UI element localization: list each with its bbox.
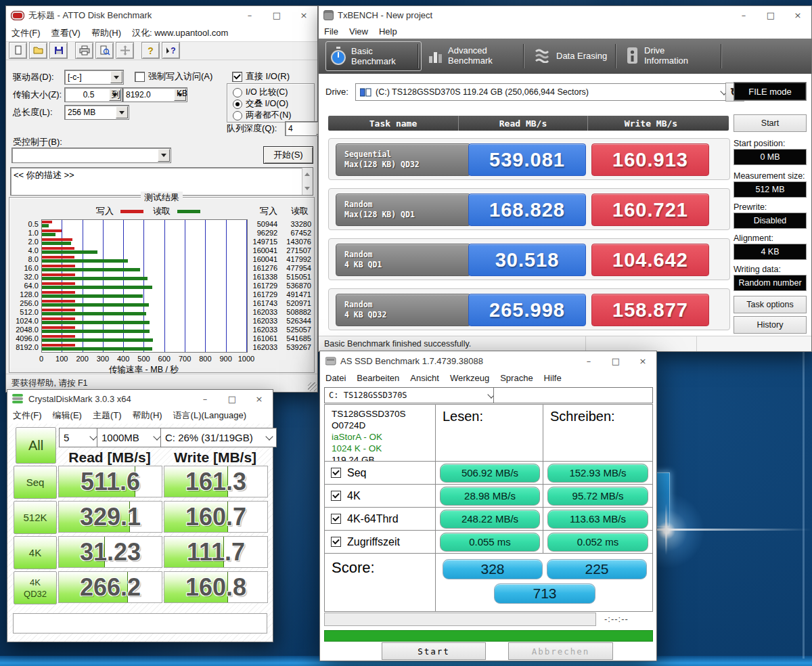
asssd-titlebar[interactable]: AS SSD Benchmark 1.7.4739.38088 – □ × — [320, 351, 656, 370]
menu-item-file[interactable]: 文件(F) — [7, 408, 47, 423]
task-options-button[interactable]: Task options — [734, 296, 807, 313]
close-button[interactable]: × — [784, 6, 811, 24]
tab-drive-information[interactable]: DriveInformation — [622, 41, 725, 70]
print-preview-icon[interactable] — [95, 42, 114, 59]
maximize-button[interactable]: □ — [757, 6, 784, 24]
test-type-button[interactable]: 4KQD32 — [14, 571, 57, 604]
description-scrollbar[interactable] — [302, 168, 313, 195]
tab-advanced-benchmark[interactable]: AdvancedBenchmark — [424, 41, 527, 70]
tab-basic-benchmark[interactable]: BasicBenchmark — [325, 41, 422, 71]
direct-io-checkbox[interactable] — [232, 72, 242, 82]
open-file-icon[interactable] — [29, 42, 47, 59]
overlapped-io-radio[interactable] — [233, 99, 242, 109]
print-icon[interactable] — [75, 42, 93, 59]
test-checkbox[interactable] — [331, 537, 341, 547]
close-button[interactable]: × — [290, 6, 317, 24]
history-button[interactable]: History — [734, 316, 807, 334]
controlled-by-select[interactable] — [12, 148, 171, 163]
test-type-button[interactable]: 512K — [14, 501, 57, 534]
menu-item-localization[interactable]: 汉化: www.upantool.com — [127, 26, 233, 41]
minimize-button[interactable]: – — [191, 390, 219, 407]
task-name-button[interactable]: Random4 KB QD32 — [336, 294, 471, 326]
force-write-checkbox[interactable] — [135, 72, 145, 82]
dropdown-arrow-icon[interactable] — [158, 149, 170, 162]
results-groupbox: 测试结果 写入 读取 写入 读取 0.550944332801.09629267… — [9, 197, 315, 373]
write-value: 149715 — [245, 238, 277, 246]
total-length-label: 总长度(L): — [13, 106, 53, 118]
maximize-button[interactable]: □ — [219, 390, 246, 407]
new-file-icon[interactable] — [9, 42, 27, 59]
help-icon[interactable]: ? — [141, 42, 160, 59]
legend-read-label: 读取 — [153, 205, 171, 217]
controlled-by-label: 受控制于(B): — [13, 136, 62, 148]
task-name-button[interactable]: Random4 KB QD1 — [336, 244, 471, 276]
start-button[interactable]: Start — [382, 642, 486, 660]
menu-item-language[interactable]: 语言(L)(Language) — [168, 408, 252, 423]
dropdown-arrow-icon[interactable] — [110, 71, 122, 83]
write-value: 161.3 — [164, 466, 267, 497]
test-count-select[interactable]: 5 — [59, 428, 101, 447]
test-size-select[interactable]: 1000MB — [97, 428, 164, 447]
test-checkbox[interactable] — [331, 491, 341, 501]
drive-select[interactable]: (C:) TS128GSSD370S 119.24 GB (250,066,94… — [355, 83, 731, 101]
io-compare-radio[interactable] — [233, 88, 242, 97]
minimize-button[interactable]: – — [575, 351, 602, 370]
menu-item-sprache[interactable]: Sprache — [495, 372, 538, 384]
menu-item-edit[interactable]: 编辑(E) — [47, 408, 87, 423]
maximize-button[interactable]: □ — [263, 6, 290, 24]
start-button[interactable]: Start — [734, 114, 807, 132]
atto-titlebar[interactable]: 无标题 - ATTO Disk Benchmark – □ × — [6, 6, 317, 24]
task-name-button[interactable]: RandomMax(128 KB) QD1 — [336, 194, 471, 226]
cancel-button[interactable]: Abbrechen — [508, 642, 613, 660]
menu-item-datei[interactable]: Datei — [320, 372, 351, 384]
test-type-button[interactable]: Seq — [14, 466, 57, 499]
menu-item-bearbeiten[interactable]: Bearbeiten — [351, 372, 405, 384]
menu-item-file[interactable]: File — [319, 25, 344, 38]
test-type-button[interactable]: 4K — [14, 536, 57, 569]
secondary-field[interactable] — [493, 387, 653, 403]
minimize-button[interactable]: – — [730, 6, 757, 24]
menu-item-help[interactable]: 帮助(H) — [127, 408, 168, 423]
cdm-titlebar[interactable]: CrystalDiskMark 3.0.3 x64 – □ × — [7, 390, 273, 407]
read-header-cell: Lesen: — [435, 404, 545, 463]
atto-window: 无标题 - ATTO Disk Benchmark – □ × 文件(F) 查看… — [5, 5, 318, 393]
task-name-button[interactable]: SequentialMax(128 KB) QD32 — [336, 143, 471, 176]
menu-item-view[interactable]: 查看(V) — [46, 26, 86, 41]
comment-box[interactable] — [13, 613, 267, 634]
neither-radio[interactable] — [233, 111, 242, 120]
scroll-up-icon[interactable] — [304, 170, 310, 176]
test-checkbox[interactable] — [331, 514, 341, 524]
menu-item-werkzeug[interactable]: Werkzeug — [445, 372, 495, 384]
start-button[interactable]: 开始(S) — [263, 146, 313, 164]
tab-data-erasing[interactable]: Data Erasing — [530, 41, 619, 70]
menu-item-theme[interactable]: 主题(T) — [87, 408, 127, 423]
prewrite-value: Disabled — [734, 213, 807, 229]
maximize-button[interactable]: □ — [602, 351, 629, 370]
context-help-icon[interactable]: ? — [162, 42, 180, 59]
drive-select[interactable]: [-c-] — [64, 70, 124, 85]
file-mode-button[interactable]: FILE mode — [734, 82, 807, 101]
all-button[interactable]: All — [16, 427, 56, 464]
test-checkbox[interactable] — [331, 468, 341, 478]
minimize-button[interactable]: – — [236, 6, 263, 24]
pan-icon[interactable] — [116, 42, 134, 59]
menu-item-help[interactable]: 帮助(H) — [86, 26, 127, 41]
close-button[interactable]: × — [246, 390, 273, 407]
save-file-icon[interactable] — [49, 42, 68, 59]
close-button[interactable]: × — [629, 351, 656, 370]
resize-grip[interactable] — [308, 382, 317, 391]
menu-item-ansicht[interactable]: Ansicht — [405, 372, 445, 384]
menu-item-file[interactable]: 文件(F) — [6, 26, 46, 41]
drive-select[interactable]: C: TS128GSSD370S — [324, 387, 499, 403]
total-length-select[interactable]: 256 MB — [64, 105, 129, 120]
scroll-down-icon[interactable] — [304, 187, 310, 193]
dropdown-arrow-icon[interactable] — [116, 106, 128, 118]
menu-item-view[interactable]: View — [344, 25, 374, 38]
status-divider — [585, 336, 586, 351]
txbench-titlebar[interactable]: TxBENCH - New project – □ × — [319, 6, 811, 24]
target-drive-select[interactable]: C: 26% (31/119GB) — [160, 428, 277, 447]
menu-item-help[interactable]: Help — [374, 25, 403, 38]
test-type-label: Seq — [26, 476, 45, 488]
test-type-label: 512K — [23, 512, 47, 523]
menu-item-hilfe[interactable]: Hilfe — [539, 372, 567, 384]
